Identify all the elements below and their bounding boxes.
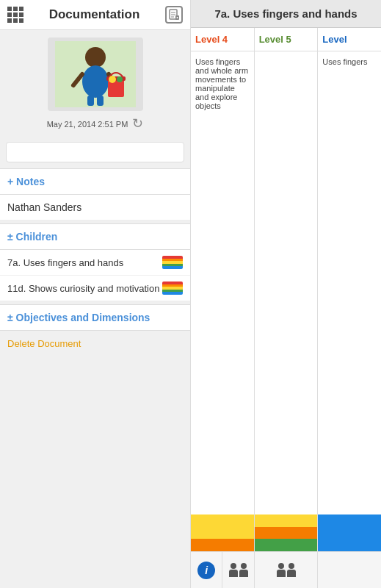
svg-rect-17	[97, 96, 104, 106]
objectives-section[interactable]: ± Objectives and Dimensions	[0, 304, 190, 331]
header-bar: Documentation	[0, 0, 190, 30]
level-5-header: Level 5	[255, 28, 318, 51]
right-header: 7a. Uses fingers and hands	[191, 0, 381, 28]
header-title: Documentation	[49, 7, 140, 22]
child-name-text: Nathan Sanders	[7, 201, 81, 213]
level-4-header: Level 4	[191, 28, 254, 51]
children-section[interactable]: ± Children	[0, 223, 190, 250]
svg-point-14	[109, 76, 116, 83]
notes-label: + Notes	[7, 176, 45, 187]
level-4-footer: i	[191, 551, 254, 588]
level-5-bottom	[255, 514, 318, 588]
children-item-1[interactable]: 7a. Uses fingers and hands	[0, 250, 190, 276]
rainbow-badge-2	[162, 282, 183, 295]
children-item-2-label: 11d. Shows curiosity and motivation	[7, 283, 159, 294]
level-5-footer	[255, 551, 318, 588]
level-4-col: Level 4 Uses fingers and whole arm movem…	[191, 28, 255, 588]
svg-point-15	[117, 76, 123, 82]
level-4-info-button[interactable]: i	[191, 552, 222, 588]
level-6-content: Uses fingers	[318, 51, 381, 514]
photo-section: May 21, 2014 2:51 PM ↻	[0, 30, 190, 139]
refresh-button[interactable]: ↻	[132, 115, 143, 132]
svg-point-8	[85, 47, 106, 68]
rainbow-badge-1	[162, 256, 183, 269]
level-6-people-button[interactable]	[318, 552, 381, 588]
level-6-footer	[318, 551, 381, 588]
level-4-bottom: i	[191, 514, 254, 588]
right-panel: 7a. Uses fingers and hands Level 4 Uses …	[190, 0, 381, 588]
svg-rect-16	[87, 96, 94, 106]
level-4-content: Uses fingers and whole arm movements to …	[191, 51, 254, 514]
delete-document-button[interactable]: Delete Document	[0, 331, 190, 356]
notes-section[interactable]: + Notes	[0, 168, 190, 195]
child-name-field: Nathan Sanders	[0, 195, 190, 220]
level-6-col: Level Uses fingers	[318, 28, 381, 588]
objectives-label: ± Objectives and Dimensions	[7, 312, 150, 323]
level-5-col: Level 5	[255, 28, 319, 588]
left-panel: Documentation	[0, 0, 190, 588]
children-label: ± Children	[7, 231, 57, 243]
children-item-1-label: 7a. Uses fingers and hands	[7, 257, 123, 268]
level-6-bottom	[318, 514, 381, 588]
people-icon-1	[229, 563, 248, 577]
people-icon-2	[277, 563, 296, 577]
level-5-people-button[interactable]	[255, 552, 318, 588]
header-doc-icon[interactable]	[165, 6, 183, 24]
photo-timestamp: May 21, 2014 2:51 PM	[47, 120, 128, 129]
photo-container[interactable]	[48, 37, 143, 111]
level-4-people-button[interactable]	[222, 552, 253, 588]
level-5-content	[255, 51, 318, 514]
children-item-2[interactable]: 11d. Shows curiosity and motivation	[0, 276, 190, 301]
svg-point-9	[82, 65, 109, 98]
grid-icon[interactable]	[7, 7, 23, 23]
info-icon: i	[197, 562, 215, 579]
level-6-header: Level	[318, 28, 381, 51]
search-bar[interactable]	[6, 142, 184, 162]
levels-container: Level 4 Uses fingers and whole arm movem…	[191, 28, 381, 588]
